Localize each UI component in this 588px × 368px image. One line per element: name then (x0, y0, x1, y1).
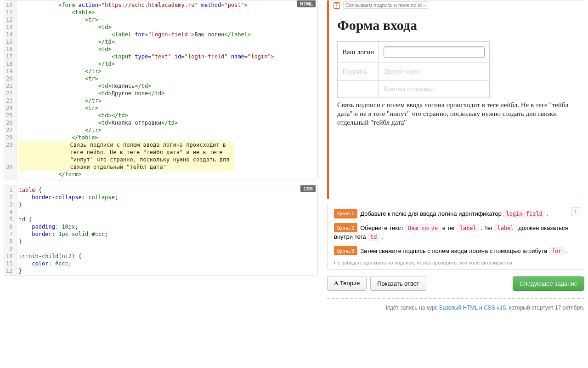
css-editor[interactable]: CSS 123456789101112 table { border-colla… (4, 185, 318, 276)
preview-tab-label: Связываем подпись и поле по id – (343, 1, 428, 9)
goal-badge: Цель 3 (334, 246, 357, 256)
preview-form-table: Ваш логин Подпись Другое поле Кнопка отп… (337, 41, 490, 98)
goal-row: Цель 2Оберните текст Ваш логин в тег lab… (334, 223, 577, 242)
code-pill: label (457, 224, 479, 232)
value-cell-faded: Другое поле (379, 63, 490, 80)
scroll-up-icon[interactable]: ↑ (571, 207, 580, 216)
empty-cell (338, 80, 379, 98)
footer: Идёт запись на курс Базовый HTML и CSS #… (327, 298, 584, 316)
goals-note: Не забудьте щёлкнуть по подписи, чтобы п… (334, 260, 577, 265)
preview-description: Связь подписи с полем ввода логина проис… (337, 101, 576, 126)
table-row: Подпись Другое поле (338, 63, 490, 80)
goal-row: Цель 3Затем свяжите подпись с полем ввод… (334, 246, 577, 256)
footer-pre: Идёт запись на курс (386, 305, 439, 311)
preview-title: Форма входа (337, 17, 576, 33)
login-label-cell[interactable]: Ваш логин (338, 42, 379, 63)
table-row: Ваш логин (338, 42, 490, 63)
code-pill: Ваш логин (405, 224, 441, 232)
code-pill: login-field (503, 210, 545, 218)
preview-tab: T Связываем подпись и поле по id – (329, 0, 584, 10)
preview-logo-icon: T (334, 2, 340, 9)
html-gutter: 1011121314151617181920212223242526272829… (4, 0, 17, 179)
goals-panel: ↑ Цель 1Добавьте к полю для ввода логина… (327, 204, 584, 270)
label-cell-faded: Подпись (338, 63, 379, 80)
css-code[interactable]: table { border-collapse: collapse;} td {… (17, 185, 317, 276)
login-input[interactable] (384, 46, 485, 58)
goal-row: Цель 1Добавьте к полю для ввода логина и… (334, 209, 577, 218)
show-answer-button[interactable]: Показать ответ (370, 276, 426, 291)
goal-badge: Цель 1 (334, 209, 357, 218)
code-pill: label (494, 224, 516, 232)
next-task-button[interactable]: Следующее задание (513, 276, 584, 291)
html-code[interactable]: <form action="https://echo.htmlacademy.r… (17, 0, 317, 179)
footer-post: , который стартует 17 октября. (506, 305, 584, 311)
bottom-bar: A Теория Показать ответ Следующее задани… (327, 276, 584, 291)
code-pill: for (549, 247, 565, 255)
code-pill: td (368, 233, 379, 241)
footer-link[interactable]: Базовый HTML и CSS #15 (439, 305, 506, 311)
submit-cell-faded: Кнопка отправки (379, 80, 490, 98)
css-badge: CSS (300, 185, 316, 192)
html-badge: HTML (297, 0, 316, 7)
html-editor[interactable]: HTML 10111213141516171819202122232425262… (4, 0, 318, 179)
css-gutter: 123456789101112 (4, 185, 17, 276)
preview-pane: T Связываем подпись и поле по id – Форма… (327, 0, 584, 199)
theory-button[interactable]: A Теория (327, 276, 367, 291)
login-input-cell (379, 42, 490, 63)
goal-badge: Цель 2 (334, 223, 357, 233)
table-row: Кнопка отправки (338, 80, 490, 98)
